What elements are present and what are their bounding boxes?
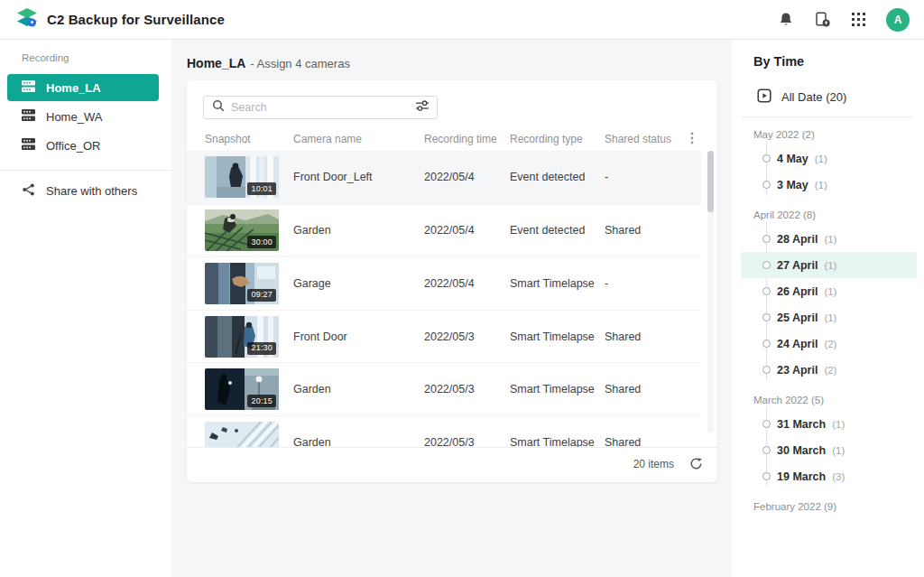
- duration-badge: 10:01: [247, 182, 276, 195]
- duration-badge: 21:30: [247, 342, 276, 355]
- snapshot-image: [205, 422, 279, 447]
- all-date-filter[interactable]: All Date (20): [732, 85, 924, 108]
- shared-status-cell: -: [605, 277, 701, 290]
- snapshot-thumbnail[interactable]: 30:00: [205, 209, 279, 251]
- table-scrollbar-thumb[interactable]: [707, 151, 714, 212]
- search-row: [187, 80, 717, 126]
- day-count: (2): [824, 339, 836, 349]
- timeline-month-group: May 2022 (2) 4 May (1) 3 May (1): [732, 129, 924, 198]
- snapshot-thumbnail[interactable]: 21:30: [205, 316, 279, 358]
- timeline-day-item[interactable]: 30 March (1): [741, 437, 917, 463]
- timeline-dot-icon: [762, 313, 771, 321]
- notifications-bell-icon[interactable]: [778, 12, 794, 28]
- timeline-dot-icon: [762, 366, 771, 374]
- sidebar-item-label: Home_LA: [46, 81, 101, 95]
- recording-time-cell: 2022/05/4: [424, 224, 510, 237]
- timeline-day-item[interactable]: 28 April (1): [741, 226, 917, 252]
- recording-type-cell: Smart Timelapse: [510, 277, 605, 290]
- month-label: May 2022 (2): [753, 129, 924, 143]
- share-with-others-button[interactable]: Share with others: [0, 178, 171, 203]
- recording-type-cell: Smart Timelapse: [510, 330, 605, 343]
- timeline-day-item[interactable]: 25 April (1): [741, 304, 917, 330]
- column-options-kebab-icon[interactable]: [690, 132, 694, 148]
- timeline-day-item[interactable]: 19 March (3): [741, 463, 917, 489]
- snapshot-thumbnail[interactable]: [205, 422, 279, 447]
- day-count: (1): [824, 234, 836, 245]
- share-label: Share with others: [46, 184, 137, 198]
- recording-row[interactable]: 09:27 Garage 2022/05/4 Smart Timelapse -: [187, 256, 701, 310]
- timeline-day-item[interactable]: 26 April (1): [741, 278, 917, 304]
- timeline: May 2022 (2) 4 May (1) 3 May (1) April 2…: [732, 129, 924, 515]
- device-subtitle: - Assign 4 cameras: [250, 57, 350, 70]
- day-label: 30 March: [777, 444, 826, 457]
- shared-status-cell: Shared: [605, 330, 701, 343]
- recording-row[interactable]: Garden 2022/05/3 Smart Timelapse Shared: [187, 415, 701, 447]
- app-logo[interactable]: C2 Backup for Surveillance: [16, 7, 225, 32]
- snapshot-thumbnail[interactable]: 09:27: [205, 263, 279, 304]
- duration-badge: 30:00: [247, 236, 276, 248]
- day-count: (2): [824, 365, 836, 376]
- timeline-day-item[interactable]: 31 March (1): [741, 411, 917, 437]
- month-label: April 2022 (8): [753, 209, 924, 223]
- filter-sliders-icon[interactable]: [415, 99, 430, 116]
- sidebar-item-label: Office_OR: [46, 139, 100, 153]
- table-footer: 20 items: [187, 447, 717, 479]
- timeline-day-item[interactable]: 24 April (2): [741, 330, 917, 357]
- recording-row[interactable]: 20:15 Garden 2022/05/3 Smart Timelapse S…: [187, 362, 701, 415]
- day-label: 4 May: [777, 153, 808, 165]
- items-count: 20 items: [633, 458, 674, 470]
- timeline-day-item[interactable]: 3 May (1): [741, 172, 917, 198]
- column-header-recording-type: Recording type: [510, 133, 605, 145]
- recording-section-label: Recording: [22, 51, 171, 65]
- timeline-day-item[interactable]: 4 May (1): [741, 145, 917, 172]
- camera-name-cell: Front Door: [293, 330, 424, 343]
- search-input[interactable]: [231, 101, 409, 114]
- top-bar: C2 Backup for Surveillance: [0, 0, 924, 40]
- snapshot-thumbnail[interactable]: 10:01: [205, 156, 279, 198]
- timeline-days: 4 May (1) 3 May (1): [732, 145, 924, 198]
- day-count: (1): [824, 286, 836, 297]
- recording-type-cell: Smart Timelapse: [510, 436, 605, 447]
- snapshot-thumbnail[interactable]: 20:15: [205, 368, 279, 410]
- recording-row[interactable]: 10:01 Front Door_Left 2022/05/4 Event de…: [187, 151, 701, 204]
- timeline-day-item[interactable]: 27 April (1): [741, 252, 917, 278]
- timeline-dot-icon: [762, 472, 771, 480]
- day-count: (1): [824, 260, 836, 271]
- app-title: C2 Backup for Surveillance: [47, 12, 225, 27]
- app-launcher-grid-icon[interactable]: [850, 12, 866, 28]
- refresh-icon[interactable]: [688, 457, 703, 471]
- nas-device-icon: [22, 109, 35, 124]
- day-count: (3): [832, 471, 845, 482]
- recording-time-cell: 2022/05/4: [424, 277, 510, 290]
- timeline-dot-icon: [762, 420, 771, 428]
- share-icon: [22, 182, 35, 200]
- user-avatar[interactable]: A: [886, 8, 910, 32]
- sidebar-item-label: Home_WA: [46, 110, 102, 124]
- table-body: 10:01 Front Door_Left 2022/05/4 Event de…: [187, 151, 701, 447]
- timeline-dot-icon: [762, 446, 771, 454]
- recording-row[interactable]: 21:30 Front Door 2022/05/3 Smart Timelap…: [187, 310, 701, 363]
- day-label: 31 March: [777, 418, 826, 431]
- timeline-day-item[interactable]: 23 April (2): [741, 357, 917, 383]
- camera-name-cell: Garage: [293, 277, 424, 290]
- content-area: Recording Home_LA: [0, 40, 924, 577]
- device-report-icon[interactable]: [814, 12, 830, 28]
- sidebar-item-home_wa[interactable]: Home_WA: [7, 103, 159, 130]
- timeline-dot-icon: [762, 340, 771, 348]
- camera-name-cell: Garden: [293, 436, 424, 447]
- timeline-dot-icon: [762, 181, 771, 189]
- timeline-month-group: March 2022 (5) 31 March (1) 30 March (1)…: [732, 395, 924, 489]
- duration-badge: 09:27: [247, 289, 276, 302]
- column-header-snapshot: Snapshot: [205, 133, 293, 145]
- day-count: (1): [815, 180, 827, 191]
- camera-name-cell: Garden: [293, 383, 424, 396]
- nas-device-icon: [22, 138, 35, 153]
- by-time-title: By Time: [753, 54, 924, 70]
- main-area: Home_LA - Assign 4 cameras: [171, 40, 732, 577]
- sidebar-item-home_la[interactable]: Home_LA: [7, 74, 159, 101]
- recording-row[interactable]: 30:00 Garden 2022/05/4 Event detected Sh…: [187, 204, 701, 257]
- day-label: 26 April: [777, 285, 818, 298]
- recording-type-cell: Event detected: [510, 171, 605, 183]
- camera-name-cell: Garden: [293, 224, 424, 237]
- sidebar-item-office_or[interactable]: Office_OR: [7, 132, 159, 159]
